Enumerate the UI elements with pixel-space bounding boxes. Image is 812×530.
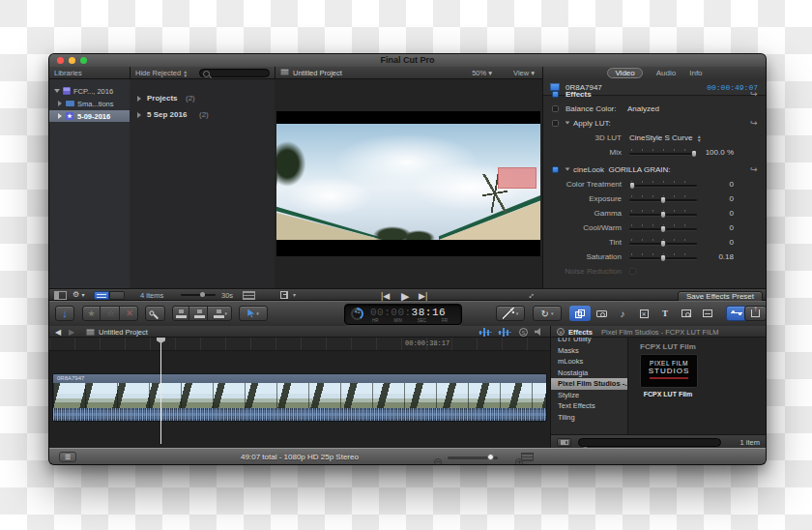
import-button[interactable]: ↓ bbox=[55, 306, 74, 321]
enhancements-button[interactable]: ▾ bbox=[496, 306, 525, 321]
category-stylize[interactable]: Stylize bbox=[551, 390, 627, 401]
param-slider[interactable] bbox=[629, 228, 697, 230]
list-view-button[interactable] bbox=[109, 291, 125, 300]
window-titlebar[interactable]: Final Cut Pro bbox=[49, 54, 766, 68]
dashboard[interactable]: 41 00:00:38:16 HRMINSECFR bbox=[344, 304, 462, 325]
connect-edit-button[interactable] bbox=[173, 307, 189, 320]
viewer-view-dropdown[interactable]: View ▾ bbox=[513, 69, 535, 77]
favorite-button[interactable]: ★ bbox=[83, 307, 101, 320]
append-edit-button[interactable]: ▾ bbox=[210, 307, 231, 320]
unrate-button[interactable]: ☆ bbox=[102, 307, 120, 320]
param-value[interactable]: 0 bbox=[697, 180, 734, 189]
transitions-browser-button[interactable]: ✕ bbox=[633, 306, 654, 321]
disclosure-triangle-icon[interactable] bbox=[137, 112, 141, 118]
tab-video[interactable]: Video bbox=[607, 68, 642, 78]
timeline-forward-button[interactable]: ▶ bbox=[69, 328, 74, 337]
timeline-zoom-thumb[interactable] bbox=[487, 454, 494, 460]
clip-appearance-button[interactable] bbox=[521, 453, 534, 461]
disclosure-triangle-icon[interactable] bbox=[58, 113, 62, 119]
reject-button[interactable]: ✕ bbox=[122, 307, 137, 320]
slider-thumb[interactable] bbox=[629, 182, 635, 190]
timeline-ruler[interactable]: 00:00:38:17 bbox=[49, 338, 550, 351]
category-mlooks[interactable]: mLooks bbox=[551, 356, 627, 368]
effect-thumbnail[interactable]: PIXEL FILM STUDIOS bbox=[640, 354, 698, 388]
apply-lut-checkbox[interactable] bbox=[552, 120, 559, 127]
themes-browser-button[interactable] bbox=[697, 306, 718, 321]
filmstrip-view-button[interactable] bbox=[94, 291, 109, 300]
category-text-effects[interactable]: Text Effects bbox=[551, 400, 627, 412]
tab-audio[interactable]: Audio bbox=[656, 69, 676, 77]
disclosure-triangle-icon[interactable] bbox=[58, 101, 62, 106]
param-value[interactable]: 0 bbox=[697, 209, 734, 218]
skimming-icon[interactable]: S bbox=[519, 328, 528, 337]
filter-dropdown[interactable]: Hide Rejected ▲▼ bbox=[135, 69, 188, 77]
insert-edit-button[interactable] bbox=[191, 307, 208, 320]
mix-value[interactable]: 100.0 % bbox=[697, 148, 734, 157]
playhead[interactable] bbox=[160, 338, 161, 444]
category-pixel-film-studios[interactable]: Pixel Film Studios -... bbox=[551, 378, 627, 390]
music-browser-button[interactable]: ♪ bbox=[612, 306, 633, 321]
slider-thumb[interactable] bbox=[660, 196, 666, 204]
param-slider[interactable] bbox=[629, 257, 697, 259]
disclosure-triangle-icon[interactable] bbox=[54, 89, 60, 93]
sidebar-toggle-button[interactable] bbox=[557, 438, 571, 447]
tools-dropdown[interactable]: ▾ bbox=[293, 291, 296, 298]
balance-color-checkbox[interactable] bbox=[552, 105, 559, 112]
crop-tool-icon[interactable] bbox=[280, 291, 288, 299]
param-checkbox[interactable] bbox=[629, 268, 636, 275]
slider-thumb[interactable] bbox=[660, 211, 666, 219]
audio-skimming-icon[interactable] bbox=[478, 328, 492, 337]
tab-info[interactable]: Info bbox=[689, 69, 702, 77]
fullscreen-icon[interactable]: ↔ bbox=[524, 288, 536, 301]
titles-browser-button[interactable]: T bbox=[654, 306, 676, 321]
param-slider[interactable] bbox=[629, 214, 697, 216]
timeline-zoom-slider[interactable] bbox=[448, 456, 498, 459]
duration-slider-thumb[interactable] bbox=[200, 292, 205, 297]
audio-waveform-icon[interactable] bbox=[498, 328, 511, 337]
timeline-project-title[interactable]: Untitled Project bbox=[99, 328, 148, 337]
tool-selector-button[interactable]: ▾ bbox=[239, 306, 268, 321]
sidebar-item-folder[interactable]: Sma...tions bbox=[49, 98, 130, 109]
browser-search-field[interactable] bbox=[199, 69, 270, 77]
param-value[interactable]: 0.18 bbox=[697, 252, 734, 261]
slider-thumb[interactable] bbox=[660, 225, 666, 233]
category-nostalgia[interactable]: Nostalgia bbox=[551, 368, 627, 379]
timeline-tracks[interactable]: 0R8A7947 bbox=[49, 351, 550, 448]
lut-popup[interactable]: CineStyle S Curve ▲▼ bbox=[629, 133, 702, 142]
zoom-out-icon[interactable] bbox=[434, 458, 442, 465]
browser-group-projects[interactable]: Projects (2) bbox=[130, 93, 275, 105]
category-tiling[interactable]: Tiling bbox=[551, 412, 627, 424]
effects-browser-button[interactable] bbox=[569, 306, 591, 321]
share-button[interactable] bbox=[744, 306, 767, 321]
retime-button[interactable]: ↻▾ bbox=[533, 306, 562, 321]
reset-icon[interactable]: ↩ bbox=[750, 164, 758, 174]
clip-appearance-icon[interactable] bbox=[243, 291, 255, 300]
slider-thumb[interactable] bbox=[660, 254, 666, 262]
previous-frame-button[interactable]: |◀ bbox=[381, 291, 390, 301]
disclosure-triangle-icon[interactable] bbox=[566, 167, 570, 170]
viewer-zoom-dropdown[interactable]: 50% ▾ bbox=[472, 69, 492, 77]
keyword-editor-button[interactable] bbox=[145, 306, 165, 321]
effects-checkbox[interactable] bbox=[552, 91, 559, 98]
reset-icon[interactable]: ↩ bbox=[750, 89, 758, 99]
viewer-canvas[interactable] bbox=[275, 79, 542, 288]
timeline-clip[interactable]: 0R8A7947 bbox=[52, 373, 547, 422]
category-masks[interactable]: Masks bbox=[551, 345, 627, 357]
param-value[interactable]: 0 bbox=[697, 194, 734, 203]
next-frame-button[interactable]: ▶| bbox=[419, 291, 427, 301]
disclosure-triangle-icon[interactable] bbox=[566, 121, 570, 124]
mix-slider-thumb[interactable] bbox=[691, 150, 697, 158]
generators-browser-button[interactable] bbox=[676, 306, 697, 321]
browser-group-date[interactable]: 5 Sep 2016 (2) bbox=[130, 109, 275, 122]
browser-settings-button[interactable]: ⚙ ▾ bbox=[72, 290, 84, 299]
effects-search-field[interactable] bbox=[578, 438, 721, 447]
slider-thumb[interactable] bbox=[660, 240, 666, 248]
filmstrip-pane-icon[interactable] bbox=[54, 291, 67, 300]
mix-slider[interactable] bbox=[629, 153, 697, 155]
timeline-back-button[interactable]: ◀ bbox=[55, 328, 61, 337]
param-value[interactable]: 0 bbox=[697, 238, 734, 247]
param-slider[interactable] bbox=[629, 199, 697, 201]
reset-icon[interactable]: ↩ bbox=[750, 118, 758, 128]
category-lut-utility[interactable]: LUT Utility bbox=[551, 338, 627, 345]
param-slider[interactable] bbox=[629, 185, 697, 187]
